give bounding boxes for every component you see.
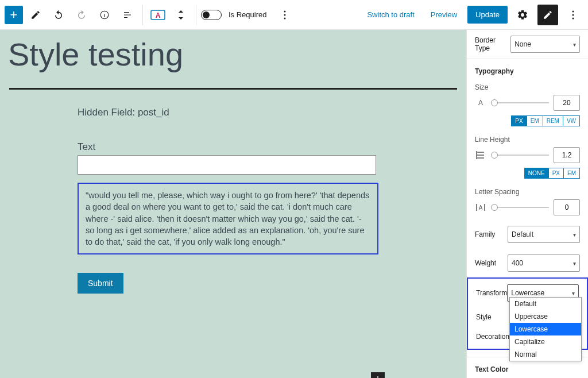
edit-icon[interactable] [25,5,46,25]
settings-icon[interactable] [512,5,533,25]
letter-spacing-label: Letter Spacing [467,184,588,197]
update-button[interactable]: Update [467,6,508,24]
svg-point-4 [284,14,286,16]
toolbar-divider-2 [196,5,196,25]
unit-none[interactable]: NONE [524,168,549,179]
chevron-down-icon: ▾ [573,41,576,48]
line-height-icon [475,151,486,160]
styles-icon[interactable] [537,5,558,25]
transform-option-uppercase[interactable]: Uppercase [510,310,581,323]
field-type-icon[interactable]: A [148,5,168,25]
size-slider-row: A [467,92,588,115]
unit-rem[interactable]: REM [543,115,563,126]
line-height-slider[interactable] [491,151,549,159]
family-row: Family Default▾ [467,220,588,249]
move-icon[interactable] [171,5,191,25]
transform-label: Transform [476,289,507,297]
outline-icon[interactable] [117,5,138,25]
chevron-down-icon: ▾ [572,290,575,296]
svg-point-8 [572,17,574,19]
svg-point-5 [284,17,286,19]
text-input[interactable] [78,155,376,175]
redo-icon[interactable] [71,5,92,25]
more-icon[interactable] [274,5,295,25]
svg-text:A: A [479,205,483,211]
submit-button[interactable]: Submit [78,273,123,294]
preview-link[interactable]: Preview [425,7,463,22]
transform-option-capitalize[interactable]: Capitalize [510,335,581,348]
letter-spacing-row: A [467,197,588,220]
inspector-sidebar: Border Type None▾ Typography Size A PX E… [466,30,588,378]
paragraph-block-selected[interactable]: "would you tell me, please, which way i … [78,183,378,254]
typography-header: Typography [467,59,588,80]
toolbar-divider [142,5,143,25]
border-type-row: Border Type None▾ [467,30,588,59]
border-type-select[interactable]: None▾ [510,36,580,53]
block-appender-icon[interactable]: + [371,372,385,378]
family-select[interactable]: Default▾ [508,226,580,243]
transform-dropdown: Default Uppercase Lowercase Capitalize N… [509,297,582,361]
letter-spacing-icon: A [475,203,486,211]
size-slider[interactable] [491,99,549,107]
topbar-right: Switch to draft Preview Update [361,5,583,25]
switch-draft-link[interactable]: Switch to draft [361,7,420,22]
form-block: Hidden Field: post_id Text "would you te… [78,107,388,294]
size-units: PX EM REM VW [467,115,588,132]
transform-group-highlighted: Transform Lowercase▾ Default Uppercase L… [467,277,588,350]
line-height-label: Line Height [467,132,588,145]
info-icon[interactable] [94,5,115,25]
family-label: Family [475,230,495,238]
line-height-input[interactable] [554,147,580,163]
unit-lh-em[interactable]: EM [564,168,580,179]
unit-em[interactable]: EM [527,115,543,126]
svg-point-3 [284,10,286,12]
hidden-field-label[interactable]: Hidden Field: post_id [78,107,388,118]
text-field-label: Text [78,141,388,153]
main: Style testing Hidden Field: post_id Text… [0,30,588,378]
weight-label: Weight [475,259,496,267]
transform-option-default[interactable]: Default [510,298,581,310]
border-type-label: Border Type [475,36,510,52]
topbar-left: + A Is Required [5,5,295,25]
add-block-button[interactable]: + [5,6,23,24]
editor-canvas: Style testing Hidden Field: post_id Text… [0,30,466,378]
page-title[interactable]: Style testing [0,30,466,84]
top-more-icon[interactable] [563,5,583,25]
size-icon: A [475,99,486,107]
line-height-units: NONE PX EM [467,168,588,184]
size-input[interactable] [554,95,580,111]
chevron-down-icon: ▾ [573,232,576,238]
decoration-label: Decoration [476,333,509,341]
weight-select[interactable]: 400▾ [508,254,580,272]
is-required-toggle[interactable] [201,10,222,20]
weight-row: Weight 400▾ [467,249,588,277]
line-height-row [467,145,588,168]
chevron-down-icon: ▾ [573,260,576,267]
unit-px[interactable]: PX [511,115,527,126]
svg-text:A: A [156,11,161,20]
letter-spacing-input[interactable] [554,199,580,215]
letter-spacing-slider[interactable] [491,203,549,211]
svg-point-6 [572,10,574,12]
unit-lh-px[interactable]: PX [549,168,564,179]
style-label: Style [476,313,492,321]
unit-vw[interactable]: VW [563,115,580,126]
undo-icon[interactable] [48,5,69,25]
transform-option-lowercase[interactable]: Lowercase [510,323,581,335]
transform-option-normal[interactable]: Normal [510,348,581,361]
svg-point-7 [572,14,574,16]
topbar: + A Is Required Switch to draft Preview … [0,0,588,30]
is-required-label: Is Required [229,10,266,19]
size-label: Size [467,80,588,92]
separator-block[interactable] [9,88,457,90]
